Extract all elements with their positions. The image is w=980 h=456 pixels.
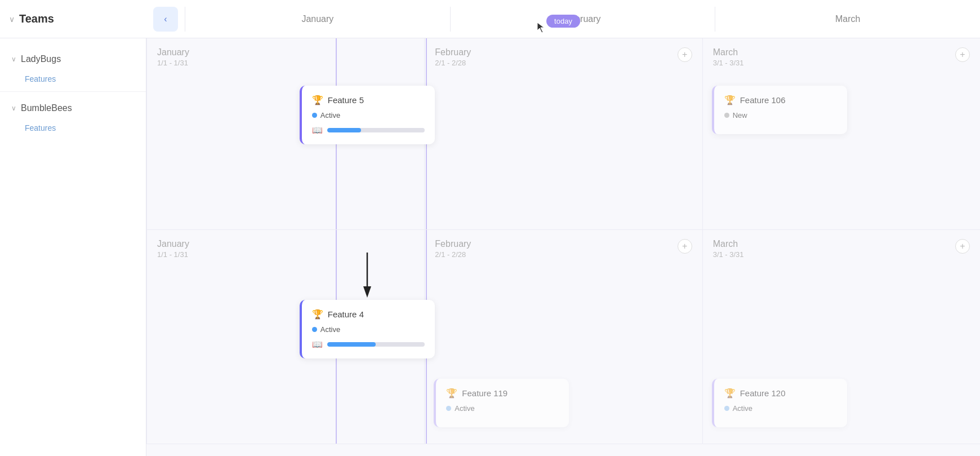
feature119-status-row: Active	[446, 404, 559, 413]
ladybugs-chevron-icon: ∨	[11, 55, 16, 63]
main-content: ∨ LadyBugs Features ∨ BumbleBees Feature…	[0, 38, 980, 456]
feature5-trophy-icon: 🏆	[312, 95, 323, 105]
bumblebees-january-col: January 1/1 - 1/31	[146, 230, 424, 444]
bumblebees-mar-add-button[interactable]: +	[955, 239, 970, 254]
ladybugs-mar-header: March 3/1 - 3/31 +	[713, 47, 970, 67]
header-bar: ∨ Teams today ‹ January February March	[0, 0, 980, 38]
bumblebees-feb-header: February 2/1 - 2/28 +	[435, 239, 692, 259]
ladybugs-feb-dates: 2/1 - 2/28	[435, 59, 471, 67]
ladybugs-features-link[interactable]: Features	[0, 71, 146, 87]
ladybugs-row: January 1/1 - 1/31 🏆 Feature 5	[146, 38, 980, 230]
ladybugs-jan-title: January	[157, 47, 189, 57]
bumblebees-jan-title: January	[157, 239, 189, 249]
ladybugs-jan-header: January 1/1 - 1/31	[157, 47, 414, 67]
feature4-book-icon: 📖	[312, 339, 323, 349]
bumblebees-chevron-icon: ∨	[11, 104, 16, 112]
feature119-card-wrapper[interactable]: 🏆 Feature 119 Active	[434, 377, 569, 427]
feature4-progress-track	[327, 342, 425, 347]
feature120-trophy-icon: 🏆	[724, 388, 736, 399]
arrow-connector	[361, 253, 373, 300]
feature4-progress-row: 📖	[312, 339, 425, 349]
bumblebees-feb-title: February	[435, 239, 471, 249]
ladybugs-feb-add-button[interactable]: +	[678, 47, 692, 62]
feature120-card-wrapper[interactable]: 🏆 Feature 120 Active	[712, 377, 847, 427]
feature5-status-dot	[312, 113, 317, 118]
ladybugs-jan-dates: 1/1 - 1/31	[157, 59, 189, 67]
bumblebees-march-col: March 3/1 - 3/31 + 🏆 Feature 120	[702, 230, 980, 444]
feature106-trophy-icon: 🏆	[724, 95, 736, 105]
timeline-header: today ‹ January February March	[146, 7, 980, 32]
bumblebees-feb-dates: 2/1 - 2/28	[435, 250, 471, 259]
feature5-name-row: 🏆 Feature 5	[312, 95, 425, 105]
teams-chevron-icon[interactable]: ∨	[9, 15, 15, 24]
timeline-body: January 1/1 - 1/31 🏆 Feature 5	[146, 38, 980, 456]
ladybugs-february-col: February 2/1 - 2/28 +	[424, 38, 702, 229]
feature120-card[interactable]: 🏆 Feature 120 Active	[712, 379, 847, 427]
feature119-status-dot	[446, 406, 451, 411]
bumblebees-mar-dates: 3/1 - 3/31	[713, 250, 744, 259]
svg-marker-1	[363, 286, 371, 298]
ladybugs-mar-title: March	[713, 47, 744, 57]
bumblebees-mar-header: March 3/1 - 3/31 +	[713, 239, 970, 259]
feature4-name-row: 🏆 Feature 4	[312, 309, 425, 320]
feature106-card-wrapper[interactable]: 🏆 Feature 106 New	[712, 83, 847, 134]
team-divider-1	[0, 91, 146, 92]
feature5-progress-row: 📖	[312, 125, 425, 135]
today-button[interactable]: today	[546, 15, 580, 28]
chevron-left-icon: ‹	[164, 14, 167, 24]
feature119-trophy-icon: 🏆	[446, 388, 457, 399]
sidebar-header: ∨ Teams	[0, 12, 146, 25]
feature106-status-row: New	[724, 111, 837, 119]
feature106-status-dot	[724, 113, 729, 118]
feature4-status-dot	[312, 327, 317, 332]
february-header: February	[450, 7, 715, 32]
ladybugs-feb-header: February 2/1 - 2/28 +	[435, 47, 692, 67]
ladybugs-january-col: January 1/1 - 1/31 🏆 Feature 5	[146, 38, 424, 229]
bumblebees-header[interactable]: ∨ BumbleBees	[0, 96, 146, 120]
feature106-card[interactable]: 🏆 Feature 106 New	[712, 86, 847, 134]
bumblebees-name: BumbleBees	[21, 103, 72, 113]
ladybugs-name: LadyBugs	[21, 54, 61, 64]
feature5-card[interactable]: 🏆 Feature 5 Active 📖	[300, 86, 435, 144]
bumblebees-jan-dates: 1/1 - 1/31	[157, 250, 189, 259]
timeline-grid: January 1/1 - 1/31 🏆 Feature 5	[146, 38, 980, 456]
feature5-status-row: Active	[312, 111, 425, 119]
feature120-status-row: Active	[724, 404, 837, 413]
ladybugs-mar-add-button[interactable]: +	[955, 47, 970, 62]
bumblebees-jan-header: January 1/1 - 1/31	[157, 239, 414, 259]
bumblebees-section: ∨ BumbleBees Features	[0, 96, 146, 136]
bumblebees-feb-add-button[interactable]: +	[678, 239, 692, 254]
ladybugs-march-col: March 3/1 - 3/31 + 🏆 Feature 106	[702, 38, 980, 229]
sidebar: ∨ LadyBugs Features ∨ BumbleBees Feature…	[0, 38, 146, 456]
feature106-name-row: 🏆 Feature 106	[724, 95, 837, 105]
feature4-progress-fill	[327, 342, 376, 347]
ladybugs-mar-dates: 3/1 - 3/31	[713, 59, 744, 67]
feature5-card-wrapper[interactable]: 🏆 Feature 5 Active 📖	[300, 83, 435, 144]
ladybugs-section: ∨ LadyBugs Features	[0, 47, 146, 87]
feature120-status-dot	[724, 406, 729, 411]
bumblebees-mar-title: March	[713, 239, 744, 249]
bumblebees-february-col: February 2/1 - 2/28 + 🏆	[424, 230, 702, 444]
nav-back-button[interactable]: ‹	[153, 7, 178, 32]
bumblebees-features-link[interactable]: Features	[0, 120, 146, 136]
bumblebees-row: January 1/1 - 1/31	[146, 230, 980, 444]
feature4-trophy-icon: 🏆	[312, 309, 323, 320]
feature119-card[interactable]: 🏆 Feature 119 Active	[434, 379, 569, 427]
feature4-card-wrapper[interactable]: 🏆 Feature 4 Active 📖	[300, 298, 435, 358]
feature5-book-icon: 📖	[312, 125, 323, 135]
ladybugs-feb-title: February	[435, 47, 471, 57]
feature5-progress-track	[327, 128, 425, 132]
teams-label: Teams	[19, 12, 54, 25]
feature4-status-row: Active	[312, 325, 425, 334]
feature120-name-row: 🏆 Feature 120	[724, 388, 837, 399]
march-header: March	[715, 7, 980, 32]
ladybugs-header[interactable]: ∨ LadyBugs	[0, 47, 146, 71]
feature5-progress-fill	[327, 128, 362, 132]
feature4-card[interactable]: 🏆 Feature 4 Active 📖	[300, 300, 435, 358]
january-header: January	[185, 7, 450, 32]
feature119-name-row: 🏆 Feature 119	[446, 388, 559, 399]
